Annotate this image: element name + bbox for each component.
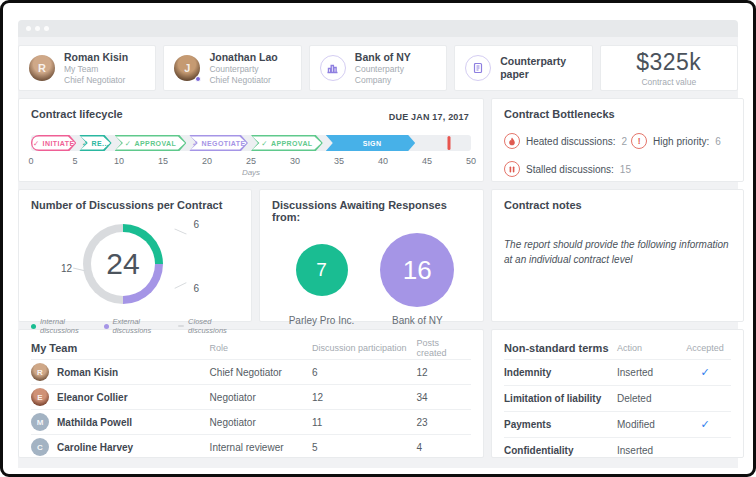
- card-title: Bank of NY: [355, 51, 411, 64]
- accepted-check-icon: ✓: [679, 366, 731, 379]
- table-row[interactable]: Indemnity Inserted ✓: [504, 359, 731, 385]
- team-table-header: My Team Role Discussion participation Po…: [31, 337, 471, 359]
- bottleneck-stalled[interactable]: Stalled discussions: 15: [504, 161, 731, 177]
- donut-ring[interactable]: 24: [83, 224, 163, 304]
- table-row[interactable]: CCaroline Harvey Internal reviewer 5 4: [31, 434, 471, 459]
- callout-line: [174, 282, 186, 289]
- panel-title: Number of Discussions per Contract: [31, 199, 239, 211]
- table-row[interactable]: Payments Modified ✓: [504, 411, 731, 437]
- window-control-dot[interactable]: [26, 26, 31, 31]
- panel-contract-notes: Contract notes The report should provide…: [491, 189, 744, 322]
- table-row[interactable]: Confidentiality Inserted: [504, 437, 731, 463]
- due-marker: [448, 136, 451, 150]
- avatar: E: [31, 388, 49, 406]
- lifecycle-stage[interactable]: ✓RE...: [79, 135, 111, 151]
- segment-value-internal: 6: [193, 219, 199, 230]
- awaiting-label: Parley Pro Inc.: [289, 315, 355, 326]
- segment-value-closed: 12: [61, 263, 72, 274]
- card-title: Counterparty paper: [500, 55, 574, 81]
- term-action: Inserted: [617, 367, 679, 378]
- legend-marker-internal: [31, 324, 36, 329]
- bottleneck-heated[interactable]: Heated discussions: 2: [504, 133, 631, 149]
- axis-tick: 40: [378, 156, 388, 166]
- member-name: Caroline Harvey: [57, 442, 133, 453]
- member-role: Internal reviewer: [210, 442, 312, 453]
- lifecycle-stage[interactable]: ✓APPROVAL: [115, 135, 187, 151]
- panel-contract-lifecycle: Contract lifecycle DUE JAN 17, 2017 ✓INI…: [18, 98, 484, 182]
- legend-item: Closed discussions: [178, 317, 239, 335]
- table-row[interactable]: Limitation of liability Deleted: [504, 385, 731, 411]
- axis-label: Days: [31, 168, 471, 177]
- lifecycle-stage[interactable]: ✓INITIATE: [31, 135, 76, 151]
- term-name: Limitation of liability: [504, 393, 617, 404]
- term-action: Modified: [617, 419, 679, 430]
- axis-tick: 30: [290, 156, 300, 166]
- table-row[interactable]: RRoman Kisin Chief Negotiator 6 12: [31, 359, 471, 384]
- card-my-team-negotiator[interactable]: R Roman Kisin My Team Chief Negotiator: [18, 45, 156, 91]
- exclamation-icon: !: [631, 133, 647, 149]
- avatar: J: [174, 55, 200, 81]
- card-subtitle: My Team: [64, 64, 128, 75]
- term-action: Inserted: [617, 445, 679, 456]
- document-icon: [465, 55, 491, 81]
- stage-label: APPROVAL: [271, 140, 313, 147]
- notes-text[interactable]: The report should provide the following …: [504, 237, 731, 267]
- panel-my-team: My Team Role Discussion participation Po…: [18, 329, 484, 458]
- member-participation: 12: [312, 392, 417, 403]
- card-counterparty-company[interactable]: Bank of NY Counterparty Company: [309, 45, 447, 91]
- check-icon: ✓: [33, 139, 40, 148]
- member-participation: 5: [312, 442, 417, 453]
- bottleneck-high-priority[interactable]: ! High priority: 6: [631, 133, 731, 149]
- term-name: Confidentiality: [504, 445, 617, 456]
- bottleneck-label: High priority:: [653, 136, 709, 147]
- lifecycle-stage[interactable]: ✓APPROVAL: [251, 135, 323, 151]
- main-grid: Contract lifecycle DUE JAN 17, 2017 ✓INI…: [18, 98, 738, 468]
- axis-tick: 10: [114, 156, 124, 166]
- window-control-dot[interactable]: [35, 26, 40, 31]
- table-row[interactable]: MMathilda Powell Negotiator 11 23: [31, 409, 471, 434]
- window-titlebar: [18, 20, 738, 37]
- awaiting-bubble[interactable]: 7: [296, 244, 348, 296]
- table-row[interactable]: EEleanor Collier Negotiator 12 34: [31, 384, 471, 409]
- awaiting-label: Bank of NY: [392, 315, 443, 326]
- term-name: Payments: [504, 419, 617, 430]
- bank-chart-icon: [320, 55, 346, 81]
- lifecycle-stage[interactable]: SIGN: [326, 135, 415, 151]
- axis-tick: 45: [422, 156, 432, 166]
- accepted-check-icon: ✓: [679, 418, 731, 431]
- awaiting-bubbles: 7 Parley Pro Inc. 16 Bank of NY: [272, 229, 471, 326]
- check-icon: ✓: [82, 139, 89, 148]
- stage-label: APPROVAL: [135, 140, 177, 147]
- bottleneck-value: 6: [715, 136, 721, 147]
- flame-icon: [504, 133, 520, 149]
- window-control-dot[interactable]: [44, 26, 49, 31]
- panel-title: My Team: [31, 342, 210, 354]
- member-name: Roman Kisin: [57, 367, 118, 378]
- panel-contract-bottlenecks: Contract Bottlenecks Heated discussions:…: [491, 98, 744, 182]
- terms-table-header: Non-standard terms Action Accepted: [504, 337, 731, 359]
- column-header-participation: Discussion participation: [312, 343, 417, 353]
- panel-title: Contract Bottlenecks: [504, 108, 731, 120]
- member-posts: 23: [417, 417, 471, 428]
- axis-tick: 20: [202, 156, 212, 166]
- panel-non-standard-terms: Non-standard terms Action Accepted Indem…: [491, 329, 744, 458]
- card-counterparty-negotiator[interactable]: J Jonathan Lao Counterparty Chief Negoti…: [163, 45, 301, 91]
- awaiting-bubble[interactable]: 16: [380, 233, 454, 307]
- callout-line: [174, 228, 186, 234]
- card-counterparty-paper[interactable]: Counterparty paper: [454, 45, 592, 91]
- lifecycle-stage[interactable]: ✓NEGOTIATE: [189, 135, 248, 151]
- panel-title: Discussions Awaiting Responses from:: [272, 199, 471, 223]
- member-name: Eleanor Collier: [57, 392, 128, 403]
- card-subtitle: Counterparty: [209, 64, 277, 75]
- term-action: Deleted: [617, 393, 679, 404]
- bottleneck-value: 2: [622, 136, 628, 147]
- column-header-accepted: Accepted: [679, 343, 731, 353]
- pause-icon: [504, 161, 520, 177]
- check-icon: ✓: [192, 139, 199, 148]
- card-subtitle: Chief Negotiator: [64, 75, 128, 86]
- screenshot-frame: R Roman Kisin My Team Chief Negotiator J…: [0, 0, 756, 477]
- axis-tick: 25: [246, 156, 256, 166]
- summary-card-row: R Roman Kisin My Team Chief Negotiator J…: [18, 45, 738, 91]
- card-contract-value[interactable]: $325k Contract value: [600, 45, 738, 91]
- contract-value: $325k: [636, 49, 701, 76]
